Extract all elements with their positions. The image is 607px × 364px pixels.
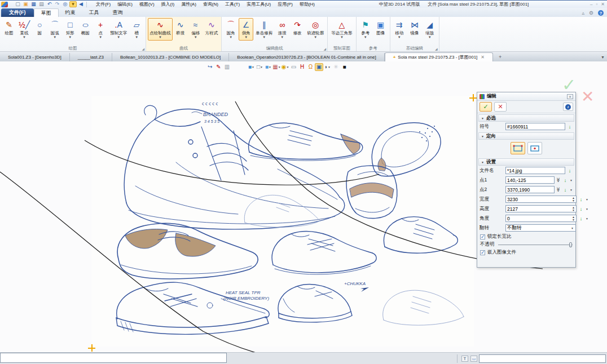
ribbon-button-reference[interactable]: ⚑参考▼ [358,18,373,41]
dialog-launcher-icon[interactable]: ◢ [324,47,327,51]
ribbon-tab-2[interactable]: 工具 [82,8,106,17]
redo-button[interactable]: ↷ [54,1,61,8]
pick-value-icon[interactable]: ↓ [578,216,584,221]
menu-item-7[interactable]: 实用工具(U) [244,1,274,8]
document-tab-4[interactable]: +Sola max steel 29-21075.Z3 - [草图001]✕ [385,52,493,61]
menu-item-6[interactable]: 工具(T) [222,1,243,8]
ribbon-button-image[interactable]: ▣图像 [373,18,388,41]
ribbon-button-point-curve[interactable]: ∿点绘制曲线▼ [148,18,173,41]
pick-value-icon[interactable]: ↓ [562,187,569,193]
new-tab-button[interactable]: + [499,54,502,60]
document-tab-0[interactable]: Sola001.Z3 - [Desenho3D] [0,53,70,61]
pick-value-icon[interactable]: ↓ [578,197,584,202]
section-orientation[interactable]: ▼ 定向 [478,132,574,140]
menu-item-5[interactable]: 查询(N) [200,1,221,8]
ribbon-button-half-line[interactable]: ½╱直线▼ [17,18,32,41]
menu-item-1[interactable]: 编辑(E) [115,1,135,8]
ribbon-button-move[interactable]: ⇉移动▼ [392,18,407,41]
ribbon-button-scale[interactable]: ◢缩放▼ [423,18,437,41]
menu-item-4[interactable]: 属性(A) [178,1,199,8]
ribbon-button-sketch-pencil[interactable]: ✎绘图 [2,18,16,41]
menu-item-9[interactable]: 帮助(H) [297,1,318,8]
expand-chevron-icon[interactable]: ≫ [556,177,561,183]
print-button[interactable]: ▤ [38,1,45,8]
lock-aspect-checkbox[interactable] [480,234,485,239]
menu-item-3[interactable]: 插入(I) [159,1,178,8]
new-file-button[interactable]: ▢ [14,1,21,8]
ribbon-button-bridge-curve[interactable]: ∿桥接 [173,18,188,41]
spinner-control[interactable]: ▲▼ [571,206,576,212]
orient-center-point-button[interactable] [527,142,542,154]
pick-value-icon[interactable]: ↓ [566,168,573,174]
ribbon-button-offset-curve[interactable]: ≈偏移▼ [188,18,203,41]
dropdown-caret-icon[interactable]: ▼ [586,198,589,201]
ribbon-button-fillet[interactable]: ⌒圆角▼ [223,18,238,41]
dialog-launcher-icon[interactable]: ◢ [142,47,145,51]
point2-input[interactable] [505,186,555,193]
layer-display-button[interactable]: ▣ [315,63,323,71]
style-dropdown-button[interactable]: ▾ [69,1,77,7]
menu-item-8[interactable]: 应用(P) [275,1,296,8]
ribbon-button-rectangle[interactable]: □矩形▼ [63,18,77,41]
cancel-x-icon[interactable]: ✕ [581,87,594,106]
ribbon-button-trace-profile[interactable]: ◎轨迹轮廓▼ [305,18,326,41]
section-required[interactable]: ▼ 必选 [478,114,574,122]
open-file-button[interactable]: ▣ [22,1,29,8]
ribbon-button-equilateral-triangle[interactable]: △等边三角形▼ [329,18,354,41]
menu-item-0[interactable]: 文件(F) [93,1,113,8]
sketch-canvas[interactable]: ς ς ς ς ς BRANDED 3 4 5 3 5 · HEAT SEAL … [0,61,607,352]
symbol-input[interactable] [505,123,565,130]
erase-button[interactable]: ✎ [214,63,223,71]
wireframe-display-button[interactable]: □▼ [256,63,264,71]
spinner-control[interactable]: ▲▼ [571,196,576,203]
dropdown-caret-icon[interactable]: ▼ [586,207,589,211]
dropdown-caret-icon[interactable]: ▼ [586,217,589,220]
opacity-slider-handle[interactable] [569,242,572,247]
ribbon-button-equation-curve[interactable]: ∿方程式 [204,18,220,41]
opacity-slider[interactable] [498,245,573,245]
file-menu-button[interactable]: 文件(F) [1,8,34,17]
background-swatch-button[interactable]: ■ [340,63,349,71]
height-input[interactable] [506,206,571,212]
ribbon-button-point[interactable]: +点▼ [93,18,108,41]
pick-value-icon[interactable]: ↓ [566,124,573,130]
ribbon-button-connect[interactable]: ∞连接▼ [275,18,289,41]
undo-button[interactable]: ↶ [46,1,53,8]
bearing-column-button[interactable]: ▥ [223,63,231,71]
save-button[interactable]: ▦ [30,1,37,8]
document-tab-2[interactable]: Bollean_10102013.Z3 - [COMBINE DO MODELO… [112,53,229,61]
ribbon-tab-3[interactable]: 查询 [106,8,130,17]
menu-item-2[interactable]: 视图(V) [137,1,157,8]
filename-input[interactable] [505,167,565,174]
ribbon-button-slot[interactable]: ▱槽▼ [129,18,144,41]
curve-endpoint-marker[interactable] [469,94,477,101]
shaded-display-button[interactable]: ■▼ [247,63,256,71]
ok-button[interactable]: ✓ [480,102,492,112]
status-input[interactable] [479,354,606,363]
section-view-button[interactable]: ◉▼ [281,63,289,71]
screen-view-button[interactable]: ▭ [289,63,298,71]
close-button[interactable]: ✕ [601,2,605,7]
text-filter-icon[interactable]: T [461,356,468,362]
help-icon[interactable]: ? [598,10,604,16]
spinner-control[interactable]: ▲▼ [571,215,576,222]
collapse-ribbon-icon[interactable]: ▵ [582,10,584,16]
expand-chevron-icon[interactable]: ≫ [556,187,561,192]
shell-display-button[interactable]: ◗▼ [323,63,332,71]
edit-panel-titlebar[interactable]: 编辑 ✕ [477,92,575,101]
panel-close-icon[interactable]: ✕ [567,94,573,99]
lamp-button[interactable]: Ω [306,63,315,71]
window-prompt-icon[interactable]: ▭ [470,356,477,362]
document-tab-1[interactable]: _____last.Z3 [70,53,112,61]
pick-value-icon[interactable]: ↓ [578,206,584,212]
ribbon-button-mirror[interactable]: ⋈镜像 [407,18,422,41]
close-tab-icon[interactable]: ✕ [481,55,485,60]
width-input[interactable] [506,196,571,202]
tab-list-icon[interactable]: ▼ [601,55,605,59]
dropdown-caret-icon[interactable]: ▼ [570,179,573,182]
ribbon-button-circle[interactable]: ○圆 [32,18,47,41]
dropdown-caret-icon[interactable]: ▼ [570,188,573,192]
restore-button[interactable]: ▫ [596,2,597,7]
rotate-target-button[interactable]: ◎ [61,1,69,8]
ribbon-button-preset-text[interactable]: .A预制文字▼ [108,18,129,41]
